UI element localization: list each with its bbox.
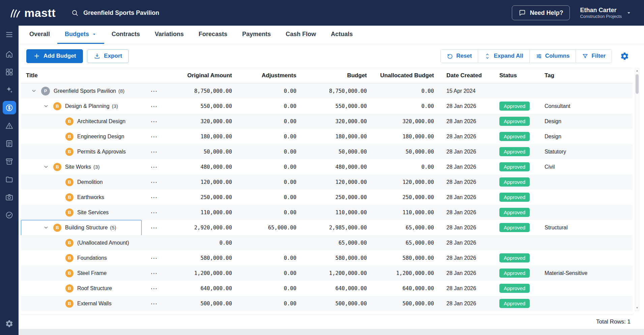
row-menu-button[interactable]: ⋯: [146, 190, 163, 205]
column-header-title[interactable]: Title: [21, 72, 163, 79]
row-menu-button[interactable]: ⋯: [146, 159, 163, 174]
row-title-cell[interactable]: BSite Services: [21, 205, 146, 220]
row-title-cell[interactable]: BEngineering Design: [21, 129, 146, 144]
row-menu-button[interactable]: ⋯: [146, 205, 163, 220]
sidebar-item-menu[interactable]: [3, 28, 16, 41]
tab-contracts[interactable]: Contracts: [104, 26, 147, 44]
project-search[interactable]: Greenfield Sports Pavilion: [71, 9, 159, 17]
row-title-cell[interactable]: BExternal Walls: [21, 296, 146, 311]
row-menu-button[interactable]: ⋯: [146, 220, 163, 235]
chevron-down-icon[interactable]: [43, 164, 53, 170]
table-row[interactable]: BDesign & Planning(3)⋯550,000.000.00550,…: [21, 99, 633, 114]
scrollbar-thumb[interactable]: [636, 74, 639, 94]
tab-variations[interactable]: Variations: [147, 26, 191, 44]
row-title-cell[interactable]: BDesign & Planning(3): [21, 99, 146, 114]
table-row[interactable]: BSteel Frame⋯1,200,000.000.001,200,000.0…: [21, 266, 633, 281]
sidebar-item-tasks[interactable]: [3, 137, 16, 150]
app-logo[interactable]: mastt: [9, 6, 56, 20]
user-menu[interactable]: Ethan Carter Construction Projects: [580, 7, 632, 19]
chevron-down-icon[interactable]: [43, 225, 53, 230]
home-icon: [5, 50, 13, 58]
row-title-cell[interactable]: PGreenfield Sports Pavilion(8): [21, 83, 146, 99]
tab-overall[interactable]: Overall: [22, 26, 57, 44]
need-help-button[interactable]: Need Help?: [512, 5, 570, 20]
row-title-cell[interactable]: BFoundations: [21, 250, 146, 266]
row-menu-button[interactable]: ⋯: [146, 281, 163, 296]
row-menu-button[interactable]: ⋯: [146, 174, 163, 190]
table-settings-button[interactable]: [620, 52, 629, 61]
column-header-adjustments[interactable]: Adjustments: [234, 72, 299, 79]
cell-unallocated: 65,000.00: [369, 220, 436, 235]
column-header-date-created[interactable]: Date Created: [436, 72, 497, 79]
row-menu-button[interactable]: ⋯: [146, 99, 163, 114]
row-title-cell[interactable]: BDemolition: [21, 174, 146, 190]
sidebar-item-sparkles[interactable]: [3, 83, 16, 96]
table-row[interactable]: BRoof Structure⋯640,000.000.00640,000.00…: [21, 281, 633, 296]
sidebar-item-archive[interactable]: [3, 155, 16, 168]
tab-forecasts[interactable]: Forecasts: [191, 26, 235, 44]
sidebar-item-dashboard[interactable]: [3, 65, 16, 79]
column-header-unallocated-budget[interactable]: Unallocated Budget: [369, 72, 436, 79]
scroll-up-arrow[interactable]: ▲: [636, 68, 639, 74]
row-menu-button[interactable]: ⋯: [146, 83, 163, 99]
reset-button[interactable]: Reset: [441, 50, 478, 63]
row-menu-button[interactable]: ⋯: [146, 250, 163, 266]
tab-budgets[interactable]: Budgets: [57, 26, 104, 44]
row-title-cell[interactable]: BEarthworks: [21, 190, 146, 205]
sidebar-item-camera[interactable]: [3, 190, 16, 204]
table-row[interactable]: BExternal Walls⋯500,000.000.00500,000.00…: [21, 296, 633, 311]
row-title-cell[interactable]: BSite Works(3): [21, 159, 146, 174]
row-title-cell[interactable]: BRoof Structure: [21, 281, 146, 296]
row-title-cell[interactable]: BSteel Frame: [21, 266, 146, 281]
row-title: Foundations: [77, 255, 107, 261]
table-row[interactable]: PGreenfield Sports Pavilion(8)⋯8,750,000…: [21, 83, 633, 99]
row-menu-button[interactable]: ⋯: [146, 129, 163, 144]
filter-button[interactable]: Filter: [576, 50, 612, 63]
row-menu-button[interactable]: ⋯: [146, 144, 163, 159]
cell-tag: Structural: [543, 220, 633, 235]
add-budget-button[interactable]: Add Budget: [26, 49, 83, 63]
chevron-down-icon[interactable]: [31, 88, 41, 94]
table-row[interactable]: BBuilding Structure(5)⋯2,920,000.0065,00…: [21, 220, 633, 235]
row-title-cell[interactable]: BArchitectural Design: [21, 114, 146, 129]
sidebar-item-warning[interactable]: [3, 119, 16, 132]
column-header-tag[interactable]: Tag: [543, 72, 633, 79]
table-row[interactable]: B(Unallocated Amount)0.0065,000.0065,000…: [21, 235, 633, 250]
table-row[interactable]: BArchitectural Design⋯320,000.000.00320,…: [21, 114, 633, 129]
tab-actuals[interactable]: Actuals: [323, 26, 360, 44]
export-button[interactable]: Export: [87, 49, 129, 63]
scroll-down-arrow[interactable]: ▼: [636, 305, 639, 311]
sidebar-item-folder[interactable]: [3, 172, 16, 186]
column-header-original-amount[interactable]: Original Amount: [163, 72, 234, 79]
archive-icon: [5, 157, 13, 166]
sidebar-item-settings[interactable]: [3, 317, 16, 330]
columns-button[interactable]: Columns: [529, 50, 576, 63]
cell-date-created: 28 Jan 2026: [436, 296, 497, 311]
tab-payments[interactable]: Payments: [235, 26, 278, 44]
chevron-down-icon[interactable]: [43, 103, 53, 109]
row-title-cell[interactable]: B(Unallocated Amount): [21, 235, 146, 250]
dollar-icon: [5, 104, 13, 112]
table-row[interactable]: BSite Services⋯110,000.000.00110,000.001…: [21, 205, 633, 220]
table-row[interactable]: BEngineering Design⋯180,000.000.00180,00…: [21, 129, 633, 144]
cell-date-created: 28 Jan 2026: [436, 281, 497, 296]
column-header-status[interactable]: Status: [497, 72, 543, 79]
table-row[interactable]: BDemolition⋯120,000.000.00120,000.00120,…: [21, 174, 633, 190]
tab-cash-flow[interactable]: Cash Flow: [278, 26, 323, 44]
row-menu-button[interactable]: ⋯: [146, 296, 163, 311]
table-row[interactable]: BPermits & Approvals⋯50,000.000.0050,000…: [21, 144, 633, 159]
sidebar-item-home[interactable]: [3, 47, 16, 61]
vertical-scrollbar[interactable]: ▲ ▼: [635, 68, 639, 311]
row-menu-button[interactable]: ⋯: [146, 114, 163, 129]
row-title-cell[interactable]: BPermits & Approvals: [21, 144, 146, 159]
row-menu-button[interactable]: ⋯: [146, 266, 163, 281]
table-row[interactable]: BSite Works(3)⋯480,000.000.00480,000.000…: [21, 159, 633, 174]
status-badge: Approved: [499, 269, 530, 278]
sidebar-item-check-circle[interactable]: [3, 208, 16, 222]
table-row[interactable]: BEarthworks⋯250,000.000.00250,000.00250,…: [21, 190, 633, 205]
table-row[interactable]: BFoundations⋯580,000.000.00580,000.00580…: [21, 250, 633, 266]
expand-all-button[interactable]: Expand All: [478, 50, 529, 63]
row-title-cell[interactable]: BBuilding Structure(5): [21, 220, 146, 235]
column-header-budget[interactable]: Budget: [299, 72, 369, 79]
sidebar-item-dollar[interactable]: [3, 101, 16, 114]
